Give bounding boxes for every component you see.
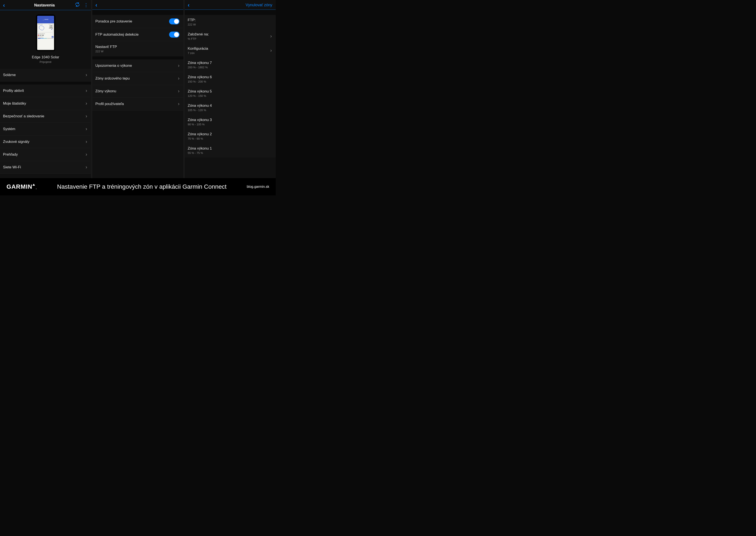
panel-settings: ‹ Nastavenia ⋮ ‹ [0, 0, 91, 178]
row-zone-1[interactable]: Zóna výkonu 1 55 % - 75 % [185, 143, 276, 157]
back-icon[interactable]: ‹ [188, 2, 189, 8]
zones-list: FTP: 222 W Založené na: % FTP › Konfigur… [185, 15, 276, 157]
chevron-right-icon: › [178, 76, 180, 81]
row-hr-zones[interactable]: Zóny srdcového tepu › [92, 72, 183, 85]
device-name: Edge 1040 Solar [0, 55, 91, 59]
row-wifi[interactable]: Siete Wi-Fi › [0, 161, 91, 174]
row-based-on[interactable]: Založené na: % FTP › [185, 29, 276, 44]
chevron-right-icon: › [86, 164, 87, 170]
chevron-right-icon: › [86, 101, 87, 106]
header: ‹ Vynulovať zóny [185, 0, 276, 10]
row-zone-4[interactable]: Zóna výkonu 4 105 % - 120 % [185, 100, 276, 115]
chevron-right-icon: › [86, 72, 87, 78]
row-audio[interactable]: Zvukové signály › [0, 136, 91, 148]
chevron-right-icon: › [86, 139, 87, 145]
back-icon[interactable]: ‹ [95, 2, 97, 8]
banner-site: blog.garmin.sk [247, 185, 269, 189]
row-solar[interactable]: Solárne › [0, 69, 91, 82]
row-power-zones[interactable]: Zóny výkonu › [92, 85, 183, 98]
chevron-right-icon: › [178, 101, 180, 107]
row-zone-7[interactable]: Zóna výkonu 7 200 % - 1802 % [185, 58, 276, 72]
chevron-right-icon: › [270, 48, 272, 53]
chevron-right-icon: › [178, 88, 180, 94]
row-activity-profiles[interactable]: Profily aktivít › [0, 84, 91, 97]
row-recovery-advisor: Poradca pre zotavenie [92, 15, 183, 28]
row-zone-3[interactable]: Zóna výkonu 3 90 % - 105 % [185, 115, 276, 129]
chevron-right-icon: › [86, 114, 87, 119]
row-user-profile[interactable]: Profil používateľa › [92, 98, 183, 111]
garmin-logo: GARMIN. [7, 183, 37, 190]
row-my-stats[interactable]: Moje štatistiky › [0, 97, 91, 110]
device-block: ‹ 🚲 ROAD › LAST RIDE 21 OCT 22 17. [0, 10, 91, 69]
footer-banner: GARMIN. Nastavenie FTP a tréningových zó… [0, 178, 276, 195]
page-title: Nastavenia [14, 3, 75, 8]
header: ‹ [92, 0, 183, 10]
sync-icon[interactable] [75, 2, 80, 8]
row-system[interactable]: Systém › [0, 123, 91, 136]
row-zone-5[interactable]: Zóna výkonu 5 120 % - 150 % [185, 86, 276, 100]
banner-caption: Nastavenie FTP a tréningových zón v apli… [43, 183, 241, 190]
power-list: Poradca pre zotavenie FTP automatickej d… [92, 15, 183, 111]
chevron-right-icon: › [178, 63, 180, 69]
row-glances[interactable]: Prehľady › [0, 148, 91, 161]
row-zone-2[interactable]: Zóna výkonu 2 75 % - 90 % [185, 129, 276, 143]
panel-power-zones: ‹ Vynulovať zóny FTP: 222 W Založené na:… [185, 0, 276, 178]
chevron-right-icon: › [86, 88, 87, 94]
more-icon[interactable]: ⋮ [84, 2, 88, 8]
row-safety[interactable]: Bezpečnosť a sledovanie › [0, 110, 91, 123]
reset-zones-link[interactable]: Vynulovať zóny [246, 3, 272, 7]
panel-power-settings: ‹ Poradca pre zotavenie FTP automatickej… [92, 0, 183, 178]
toggle-ftp-auto[interactable] [169, 32, 180, 38]
row-ftp-auto: FTP automatickej detekcie [92, 28, 183, 41]
row-set-ftp[interactable]: Nastaviť FTP 222 W [92, 41, 183, 56]
settings-list: Solárne › Profily aktivít › Moje štatist… [0, 69, 91, 174]
row-config[interactable]: Konfigurácia 7 zón › [185, 44, 276, 58]
back-icon[interactable]: ‹ [3, 2, 5, 8]
chevron-right-icon: › [270, 33, 272, 39]
chevron-right-icon: › [86, 126, 87, 132]
device-status: Pripojené [0, 60, 91, 64]
row-zone-6[interactable]: Zóna výkonu 6 150 % - 200 % [185, 72, 276, 86]
header: ‹ Nastavenia ⋮ [0, 0, 91, 10]
device-image: ‹ 🚲 ROAD › LAST RIDE 21 OCT 22 17. [36, 15, 55, 51]
toggle-recovery[interactable] [169, 18, 180, 24]
chevron-right-icon: › [86, 152, 87, 157]
row-ftp-display[interactable]: FTP: 222 W [185, 15, 276, 29]
row-power-alerts[interactable]: Upozornenia o výkone › [92, 59, 183, 72]
